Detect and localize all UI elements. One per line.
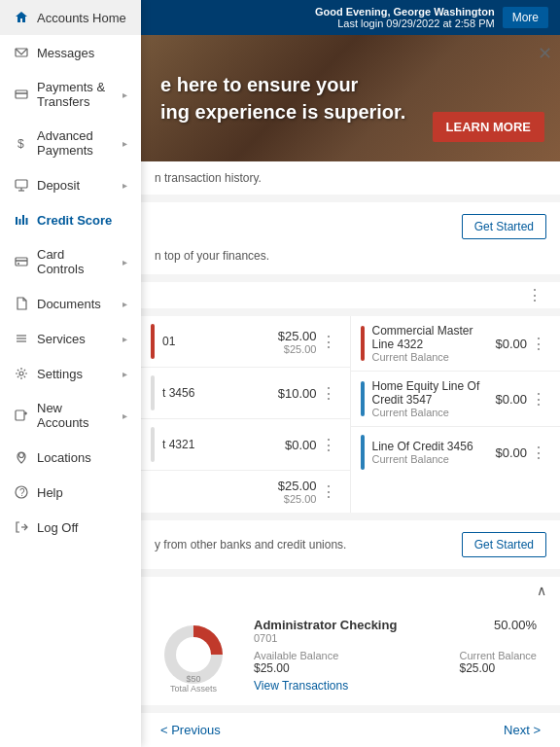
logout-icon [14, 519, 29, 535]
next-button[interactable]: Next > [504, 723, 541, 737]
sidebar-item-label: Settings [37, 367, 83, 381]
user-name: Good Evening, George Washington [315, 6, 495, 18]
card-header: Administrator Checking 0701 50.00% [254, 618, 537, 644]
svg-point-13 [18, 263, 19, 265]
sidebar-item-messages[interactable]: Messages [0, 35, 141, 70]
current-balance-label: Current Balance [460, 650, 538, 661]
account-balance: $25.00 [278, 329, 317, 343]
account-overflow-menu[interactable]: ⋮ [317, 436, 340, 454]
right-accounts-col: Commercial Master Line 4322 Current Bala… [351, 316, 561, 513]
deposit-icon [14, 177, 29, 193]
transaction-notice: n transaction history. [141, 161, 560, 195]
sidebar: Accounts Home Messages Payments & Transf… [0, 0, 141, 747]
svg-point-21 [19, 453, 24, 458]
sidebar-item-card-controls[interactable]: Card Controls ▸ [0, 237, 141, 286]
account-id: 01 [162, 335, 278, 348]
top-header: Good Evening, George Washington Last log… [141, 0, 560, 35]
sidebar-item-label: Documents [37, 297, 101, 311]
chevron-down-icon: ▸ [122, 138, 127, 149]
chart-description: Total Assets [170, 684, 217, 694]
new-accounts-icon [14, 408, 29, 423]
sidebar-item-credit-score[interactable]: Credit Score [0, 202, 141, 237]
account-balance: $0.00 [285, 438, 317, 452]
collapse-button[interactable]: ∧ [141, 577, 560, 604]
card-details: Available Balance $25.00 Current Balance… [254, 650, 537, 675]
learn-more-button[interactable]: LEARN MORE [433, 112, 544, 142]
account-bar-red [361, 326, 365, 361]
account-overflow-menu[interactable]: ⋮ [527, 335, 550, 353]
account-balance: $0.00 [492, 392, 527, 407]
banner-close-button[interactable]: ✕ [538, 43, 552, 64]
sidebar-item-label: Log Off [37, 520, 78, 535]
chart-amount: $50 [186, 674, 200, 684]
sidebar-item-label: Help [37, 485, 63, 500]
svg-rect-8 [19, 219, 21, 225]
account-overflow-menu[interactable]: ⋮ [317, 482, 340, 501]
account-overflow-menu[interactable]: ⋮ [527, 390, 550, 409]
accounts-dots-header: ⋮ [141, 282, 560, 308]
account-bar-blue [361, 435, 365, 470]
account-balance-area: $25.00 $25.00 [151, 479, 317, 505]
account-overflow-menu[interactable]: ⋮ [527, 444, 550, 462]
card-title-area: Administrator Checking 0701 [254, 618, 397, 644]
account-bar-red [151, 324, 155, 359]
sidebar-item-deposit[interactable]: Deposit ▸ [0, 167, 141, 202]
pie-chart: $50 Total Assets [155, 616, 232, 694]
table-row: $25.00 $25.00 ⋮ [141, 471, 350, 513]
account-sub: Current Balance [372, 407, 493, 418]
dollar-icon: $ [14, 135, 29, 151]
account-info: Home Equity Line Of Credit 3547 Current … [372, 379, 493, 418]
sidebar-item-log-off[interactable]: Log Off [0, 510, 141, 545]
left-accounts-col: 01 $25.00 $25.00 ⋮ t 3456 $10.00 ⋮ [141, 316, 351, 513]
sidebar-item-settings[interactable]: Settings ▸ [0, 356, 141, 391]
account-balance-area: $0.00 [492, 392, 527, 407]
account-overflow-menu[interactable]: ⋮ [317, 384, 340, 403]
account-bar-gray [151, 375, 155, 410]
sidebar-item-label: Services [37, 332, 86, 346]
previous-button[interactable]: < Previous [160, 723, 221, 737]
sidebar-item-services[interactable]: Services ▸ [0, 321, 141, 356]
sidebar-item-advanced-payments[interactable]: $ Advanced Payments ▸ [0, 119, 141, 167]
admin-card-number: 0701 [254, 632, 397, 644]
account-balance-area: $0.00 [285, 438, 317, 452]
account-secondary-balance: $25.00 [278, 343, 317, 355]
get-started-button-2[interactable]: Get Started [462, 532, 546, 557]
account-info: t 3456 [162, 386, 278, 400]
sidebar-item-label: Locations [37, 450, 91, 465]
sidebar-item-accounts-home[interactable]: Accounts Home [0, 0, 141, 35]
home-icon [14, 10, 29, 25]
chart-admin-area: $50 Total Assets Administrator Checking … [141, 604, 560, 705]
sidebar-item-locations[interactable]: Locations [0, 440, 141, 475]
bars-icon [14, 212, 29, 228]
account-balance: $25.00 [151, 479, 317, 493]
banner-line1: e here to ensure your [160, 71, 405, 98]
tools-icon [14, 331, 29, 346]
sidebar-item-new-accounts[interactable]: New Accounts ▸ [0, 391, 141, 440]
view-transactions-link[interactable]: View Transactions [254, 679, 348, 693]
accounts-overflow-menu[interactable]: ⋮ [523, 286, 546, 304]
sidebar-item-help[interactable]: ? Help [0, 475, 141, 510]
account-overflow-menu[interactable]: ⋮ [317, 333, 340, 351]
more-button[interactable]: More [503, 7, 548, 28]
get-started-button-1[interactable]: Get Started [462, 214, 546, 239]
banner: e here to ensure your ing experience is … [141, 35, 560, 161]
gear-icon [14, 366, 29, 381]
chevron-down-icon: ▸ [122, 257, 127, 267]
account-balance-area: $0.00 [492, 337, 527, 351]
account-balance-area: $10.00 [278, 386, 317, 401]
svg-rect-1 [16, 90, 27, 98]
admin-card-title: Administrator Checking [254, 618, 397, 632]
available-balance-label: Available Balance [254, 650, 338, 661]
sidebar-item-payments-transfers[interactable]: Payments & Transfers ▸ [0, 70, 141, 119]
chevron-down-icon: ▸ [122, 299, 127, 309]
svg-point-17 [19, 372, 23, 375]
sidebar-item-documents[interactable]: Documents ▸ [0, 286, 141, 321]
current-balance-value: $25.00 [460, 661, 538, 675]
table-row: Commercial Master Line 4322 Current Bala… [351, 316, 561, 372]
account-info: Line Of Credit 3456 Current Balance [372, 440, 493, 465]
sidebar-item-label: Advanced Payments [37, 128, 115, 158]
sidebar-item-label: New Accounts [37, 401, 115, 430]
account-name: Line Of Credit 3456 [372, 440, 493, 453]
table-row: t 3456 $10.00 ⋮ [141, 368, 350, 419]
chart-label: $50 Total Assets [155, 674, 232, 694]
